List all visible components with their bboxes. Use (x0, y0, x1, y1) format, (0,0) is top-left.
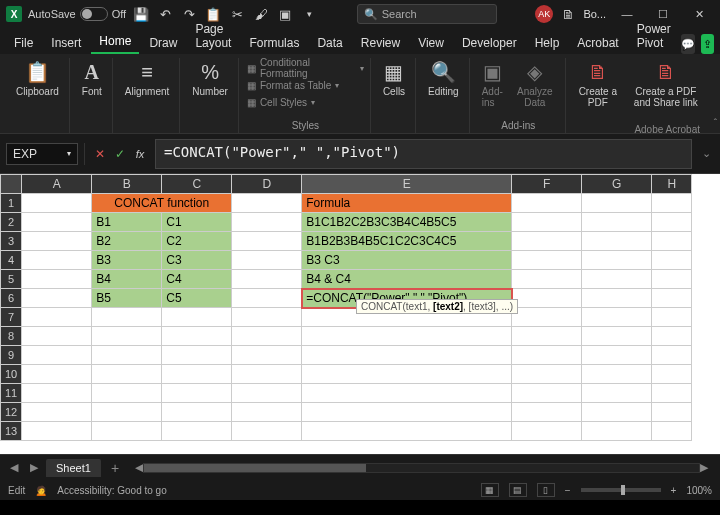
cell-A1[interactable] (22, 194, 92, 213)
cell-G10[interactable] (582, 365, 652, 384)
cell-A11[interactable] (22, 384, 92, 403)
cell-C6[interactable]: C5 (162, 289, 232, 308)
cell-H2[interactable] (652, 213, 692, 232)
accept-button[interactable]: ✓ (111, 144, 129, 164)
cell-H1[interactable] (652, 194, 692, 213)
cell-B8[interactable] (92, 327, 162, 346)
cell-G1[interactable] (582, 194, 652, 213)
tab-home[interactable]: Home (91, 30, 139, 54)
cell-A13[interactable] (22, 422, 92, 441)
view-page-icon[interactable]: ▤ (509, 483, 527, 497)
cell-B9[interactable] (92, 346, 162, 365)
cell-A3[interactable] (22, 232, 92, 251)
cell-C3[interactable]: C2 (162, 232, 232, 251)
cell-A10[interactable] (22, 365, 92, 384)
cell-H13[interactable] (652, 422, 692, 441)
cell-D12[interactable] (232, 403, 302, 422)
cell-B13[interactable] (92, 422, 162, 441)
cells-button[interactable]: ▦ Cells (379, 58, 409, 99)
share-button[interactable]: ⇪ (701, 34, 714, 54)
col-header-B[interactable]: B (92, 175, 162, 194)
row-header-6[interactable]: 6 (1, 289, 22, 308)
cell-H4[interactable] (652, 251, 692, 270)
col-header-F[interactable]: F (512, 175, 582, 194)
collapse-ribbon-button[interactable]: ˆ (714, 118, 717, 133)
cell-C8[interactable] (162, 327, 232, 346)
cell-G9[interactable] (582, 346, 652, 365)
col-header-A[interactable]: A (22, 175, 92, 194)
cell-G12[interactable] (582, 403, 652, 422)
cell-E2[interactable]: B1C1B2C2B3C3B4C4B5C5 (302, 213, 512, 232)
cell-D8[interactable] (232, 327, 302, 346)
cell-G7[interactable] (582, 308, 652, 327)
cell-G3[interactable] (582, 232, 652, 251)
tab-page-layout[interactable]: Page Layout (187, 18, 239, 54)
formula-input[interactable]: =CONCAT("Power"," ","Pivot") (155, 139, 692, 169)
col-header-C[interactable]: C (162, 175, 232, 194)
cell-H3[interactable] (652, 232, 692, 251)
cell-G2[interactable] (582, 213, 652, 232)
tab-power-pivot[interactable]: Power Pivot (629, 18, 679, 54)
cell-D4[interactable] (232, 251, 302, 270)
editing-button[interactable]: 🔍 Editing (424, 58, 463, 99)
next-sheet-button[interactable]: ▶ (26, 461, 42, 474)
format-painter-icon[interactable]: 🖌 (252, 7, 270, 22)
row-header-8[interactable]: 8 (1, 327, 22, 346)
cell-H10[interactable] (652, 365, 692, 384)
analyze-data-button[interactable]: ◈ Analyze Data (511, 58, 559, 110)
cell-F2[interactable] (512, 213, 582, 232)
cell-C5[interactable]: C4 (162, 270, 232, 289)
fx-button[interactable]: fx (131, 144, 149, 164)
cell-G4[interactable] (582, 251, 652, 270)
tab-review[interactable]: Review (353, 32, 408, 54)
cell-E10[interactable] (302, 365, 512, 384)
cell-G6[interactable] (582, 289, 652, 308)
cell-E13[interactable] (302, 422, 512, 441)
cell-F7[interactable] (512, 308, 582, 327)
cell-A12[interactable] (22, 403, 92, 422)
tab-acrobat[interactable]: Acrobat (569, 32, 626, 54)
save-icon[interactable]: 💾 (132, 7, 150, 22)
row-header-3[interactable]: 3 (1, 232, 22, 251)
cell-B3[interactable]: B2 (92, 232, 162, 251)
tab-developer[interactable]: Developer (454, 32, 525, 54)
create-pdf-button[interactable]: 🗎 Create a PDF (574, 58, 622, 110)
cell-D5[interactable] (232, 270, 302, 289)
cell-F5[interactable] (512, 270, 582, 289)
cell-B7[interactable] (92, 308, 162, 327)
cell-B10[interactable] (92, 365, 162, 384)
cell-F4[interactable] (512, 251, 582, 270)
cell-B4[interactable]: B3 (92, 251, 162, 270)
cell-G8[interactable] (582, 327, 652, 346)
conditional-formatting-button[interactable]: ▦Conditional Formatting▾ (247, 60, 364, 76)
row-header-10[interactable]: 10 (1, 365, 22, 384)
cell-C9[interactable] (162, 346, 232, 365)
comments-button[interactable]: 💬 (681, 34, 695, 54)
select-all-corner[interactable] (1, 175, 22, 194)
cell-D6[interactable] (232, 289, 302, 308)
cell-A8[interactable] (22, 327, 92, 346)
col-header-D[interactable]: D (232, 175, 302, 194)
screenshot-icon[interactable]: ▣ (276, 7, 294, 22)
col-header-H[interactable]: H (652, 175, 692, 194)
cell-A5[interactable] (22, 270, 92, 289)
cell-H6[interactable] (652, 289, 692, 308)
cell-A4[interactable] (22, 251, 92, 270)
row-header-5[interactable]: 5 (1, 270, 22, 289)
tab-view[interactable]: View (410, 32, 452, 54)
cell-G13[interactable] (582, 422, 652, 441)
cell-H11[interactable] (652, 384, 692, 403)
tab-help[interactable]: Help (527, 32, 568, 54)
zoom-slider[interactable] (581, 488, 661, 492)
create-share-pdf-button[interactable]: 🗎 Create a PDF and Share link (626, 58, 706, 110)
cell-H12[interactable] (652, 403, 692, 422)
cell-B1[interactable]: CONCAT function (92, 194, 232, 213)
cell-D9[interactable] (232, 346, 302, 365)
cell-D3[interactable] (232, 232, 302, 251)
cell-E3[interactable]: B1B2B3B4B5C1C2C3C4C5 (302, 232, 512, 251)
cell-F6[interactable] (512, 289, 582, 308)
cell-H8[interactable] (652, 327, 692, 346)
cell-E1[interactable]: Formula (302, 194, 512, 213)
cell-C11[interactable] (162, 384, 232, 403)
cell-E11[interactable] (302, 384, 512, 403)
